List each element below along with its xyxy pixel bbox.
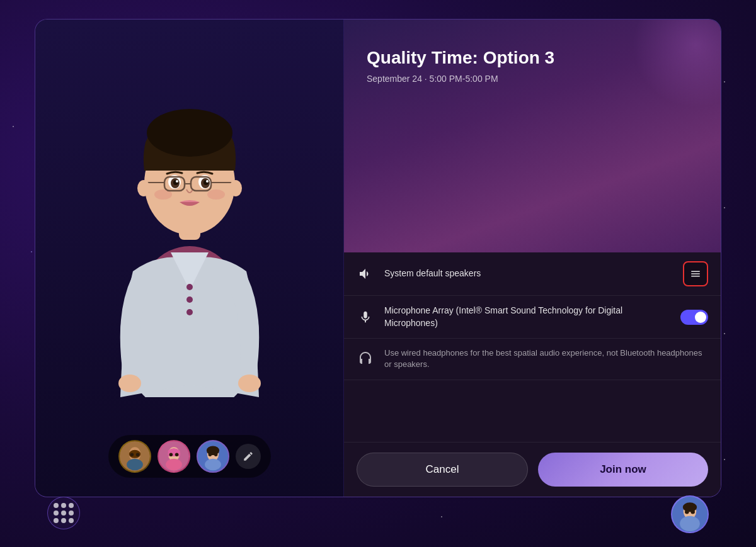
event-date: September 24 · 5:00 PM-5:00 PM	[367, 74, 698, 84]
audio-tip-text: Use wired headphones for the best spatia…	[384, 347, 708, 370]
svg-point-36	[169, 453, 173, 456]
microphone-label: Microphone Array (Intel® Smart Sound Tec…	[384, 305, 670, 329]
main-card: Quality Time: Option 3 September 24 · 5:…	[35, 19, 721, 497]
speaker-row: System default speakers	[344, 252, 721, 296]
avatar-thumb-3[interactable]	[197, 440, 229, 473]
controls-area: System default speakers Microphone A	[344, 252, 721, 497]
svg-point-42	[208, 453, 212, 456]
svg-point-48	[685, 510, 689, 514]
avatar-selector	[108, 435, 271, 478]
svg-point-12	[206, 180, 209, 183]
join-now-button[interactable]: Join now	[538, 453, 708, 487]
svg-point-20	[137, 180, 150, 196]
speaker-icon	[357, 265, 374, 283]
event-info: Quality Time: Option 3 September 24 · 5:…	[344, 20, 721, 252]
svg-point-22	[118, 375, 141, 392]
headphone-icon	[357, 350, 374, 368]
svg-point-47	[680, 516, 700, 531]
svg-rect-25	[186, 296, 193, 303]
avatar-thumb-1[interactable]	[118, 440, 151, 473]
speaker-settings[interactable]	[683, 261, 708, 286]
cancel-button[interactable]: Cancel	[357, 453, 528, 487]
svg-point-4	[147, 109, 232, 157]
svg-point-46	[683, 502, 697, 512]
svg-rect-26	[186, 309, 193, 315]
left-panel	[35, 20, 344, 497]
svg-point-31	[130, 453, 134, 456]
svg-point-41	[205, 459, 221, 470]
svg-point-37	[175, 453, 178, 456]
audio-tip-row: Use wired headphones for the best spatia…	[344, 339, 721, 380]
svg-point-43	[214, 453, 217, 456]
speaker-label: System default speakers	[384, 268, 673, 280]
audio-settings-button[interactable]	[683, 261, 708, 286]
svg-point-40	[206, 446, 219, 455]
svg-rect-24	[186, 284, 193, 290]
button-row: Cancel Join now	[344, 442, 721, 497]
svg-point-35	[166, 459, 182, 470]
avatar-display	[76, 38, 303, 403]
svg-point-32	[135, 453, 139, 456]
svg-point-30	[127, 459, 143, 470]
event-title: Quality Time: Option 3	[367, 47, 698, 69]
grid-icon	[54, 503, 74, 523]
spacer	[344, 380, 721, 442]
svg-point-23	[238, 375, 261, 392]
user-avatar-button[interactable]	[671, 495, 709, 533]
grid-menu-button[interactable]	[47, 497, 80, 529]
svg-point-21	[229, 180, 242, 196]
avatar-thumb-2[interactable]	[158, 440, 190, 473]
svg-point-49	[690, 510, 695, 514]
microphone-icon	[357, 308, 374, 326]
svg-point-14	[207, 189, 225, 200]
svg-point-11	[176, 180, 178, 183]
right-panel: Quality Time: Option 3 September 24 · 5:…	[344, 20, 721, 497]
edit-avatar-button[interactable]	[236, 444, 261, 469]
microphone-toggle[interactable]	[680, 310, 708, 325]
mic-toggle[interactable]	[680, 310, 708, 325]
microphone-row: Microphone Array (Intel® Smart Sound Tec…	[344, 296, 721, 339]
